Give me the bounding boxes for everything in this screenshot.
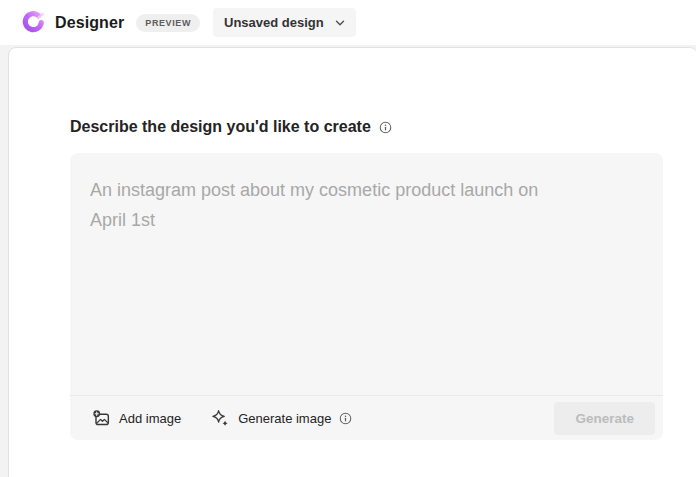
page-title: Describe the design you'd like to create <box>70 118 371 136</box>
heading-info-icon[interactable] <box>379 121 392 134</box>
main-card: Describe the design you'd like to create <box>8 47 696 477</box>
add-image-label: Add image <box>119 411 181 426</box>
add-image-icon <box>92 409 111 428</box>
add-image-button[interactable]: Add image <box>88 403 185 434</box>
preview-badge: PREVIEW <box>136 14 200 32</box>
design-prompt-input[interactable] <box>70 153 663 395</box>
prompt-toolbar: Add image Generate image Generate <box>70 395 663 440</box>
design-name-label: Unsaved design <box>224 15 324 30</box>
generate-image-label: Generate image <box>238 411 331 426</box>
heading-row: Describe the design you'd like to create <box>70 118 696 136</box>
prompt-box: Add image Generate image Generate <box>70 153 663 440</box>
sparkle-icon <box>211 409 230 428</box>
app-title: Designer <box>55 14 124 32</box>
designer-logo-icon <box>22 11 46 35</box>
generate-image-info-icon[interactable] <box>339 412 352 425</box>
top-bar: Designer PREVIEW Unsaved design <box>0 0 696 45</box>
generate-button[interactable]: Generate <box>554 402 655 435</box>
chevron-down-icon <box>334 17 346 29</box>
generate-image-button[interactable]: Generate image <box>207 403 356 434</box>
design-name-menu[interactable]: Unsaved design <box>213 8 356 37</box>
